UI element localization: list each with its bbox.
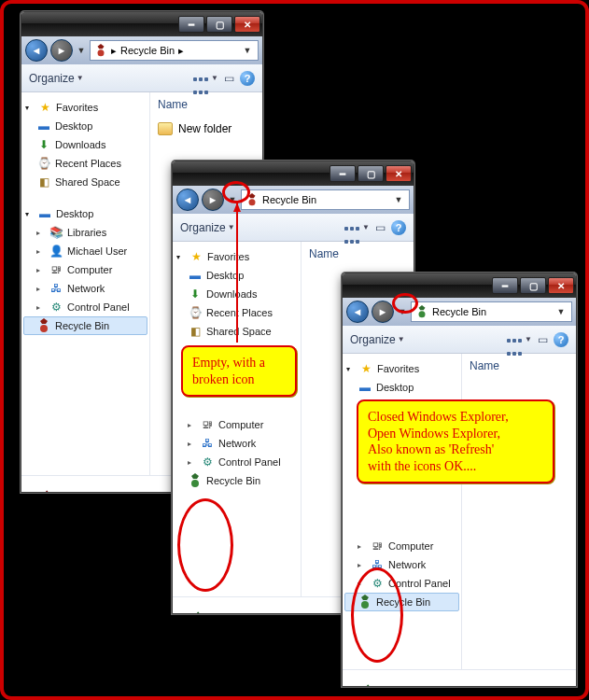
- favorites-group[interactable]: ▾★Favorites: [344, 359, 459, 378]
- nav-downloads[interactable]: ⬇Downloads: [23, 135, 147, 154]
- nav-desktop[interactable]: ▬Desktop: [23, 117, 147, 135]
- nav-desktop[interactable]: ▬Desktop: [344, 378, 459, 397]
- nav-control-panel[interactable]: ▸⚙Control Panel: [23, 298, 147, 316]
- nav-recent-places[interactable]: ⌚Recent Places: [175, 303, 299, 322]
- close-button[interactable]: ✕: [386, 165, 412, 182]
- forward-button[interactable]: ►: [372, 301, 394, 323]
- nav-shared-space[interactable]: ◧Shared Space: [175, 322, 299, 341]
- favorites-group[interactable]: ▾★Favorites: [23, 98, 147, 117]
- address-field[interactable]: Recycle Bin ▼: [241, 189, 410, 210]
- nav-recent-places[interactable]: ⌚Recent Places: [23, 154, 147, 173]
- recycle-bin-icon: [415, 305, 428, 318]
- titlebar[interactable]: ━ ▢ ✕: [21, 12, 262, 36]
- address-field[interactable]: ▸ Recycle Bin ▸ ▼: [90, 40, 259, 61]
- view-button[interactable]: ▼: [506, 333, 532, 346]
- nav-recycle-bin[interactable]: Recycle Bin: [175, 471, 299, 490]
- maximize-button[interactable]: ▢: [358, 165, 384, 182]
- address-bar: ◄ ► ▼ ▸ Recycle Bin ▸ ▼: [21, 36, 262, 64]
- breadcrumb-sep: ▸: [111, 45, 117, 57]
- back-button[interactable]: ◄: [176, 189, 199, 211]
- file-name: New folder: [178, 122, 231, 135]
- recycle-bin-large-icon: [182, 609, 225, 615]
- nav-recycle-bin[interactable]: Recycle Bin: [344, 593, 459, 611]
- libraries-icon: 📚: [49, 225, 63, 240]
- nav-computer[interactable]: ▸🖳Computer: [344, 537, 459, 555]
- address-dropdown[interactable]: ▼: [392, 195, 405, 204]
- minimize-button[interactable]: ━: [492, 277, 518, 294]
- column-header-name[interactable]: Name: [470, 359, 568, 372]
- titlebar[interactable]: ━ ▢ ✕: [173, 161, 414, 186]
- desktop-icon: ▬: [188, 268, 203, 283]
- maximize-button[interactable]: ▢: [520, 277, 546, 294]
- close-button[interactable]: ✕: [234, 16, 260, 33]
- nav-desktop[interactable]: ▬Desktop: [175, 266, 299, 285]
- preview-pane-button[interactable]: ▭: [538, 333, 548, 346]
- svg-point-5: [191, 480, 199, 487]
- nav-network[interactable]: ▸🖧Network: [175, 434, 299, 453]
- column-header-name[interactable]: Name: [309, 247, 406, 260]
- nav-libraries[interactable]: ▸📚Libraries: [23, 223, 147, 242]
- nav-history-dropdown[interactable]: ▼: [397, 301, 408, 323]
- address-field[interactable]: Recycle Bin ▼: [411, 301, 572, 322]
- computer-icon: 🖳: [200, 417, 215, 432]
- view-button[interactable]: ▼: [344, 221, 370, 234]
- navigation-pane: ▾★Favorites ▬Desktop ⬇Downloads ⌚Recent …: [21, 92, 150, 475]
- desktop-icon: ▬: [358, 380, 372, 395]
- star-icon: ★: [37, 100, 52, 115]
- nav-user[interactable]: ▸👤Michael User: [23, 242, 147, 260]
- nav-shared-space[interactable]: ◧Shared Space: [23, 173, 147, 191]
- help-button[interactable]: ?: [240, 71, 255, 86]
- forward-button[interactable]: ►: [50, 39, 73, 62]
- organize-button[interactable]: Organize▼: [350, 333, 405, 346]
- annotation-callout-1: Empty, with a broken icon: [181, 345, 297, 397]
- star-icon: ★: [189, 249, 203, 264]
- desktop-group[interactable]: ▾▬Desktop: [23, 204, 147, 223]
- minimize-button[interactable]: ━: [178, 16, 204, 33]
- breadcrumb-item[interactable]: Recycle Bin: [262, 194, 316, 205]
- nav-network[interactable]: ▸🖧Network: [344, 555, 459, 574]
- shared-icon: ◧: [188, 324, 203, 339]
- forward-button[interactable]: ►: [202, 189, 224, 211]
- breadcrumb-item[interactable]: Recycle Bin: [120, 45, 175, 56]
- annotation-callout-2: Closed Windows Explorer, Open Windows Ex…: [357, 399, 554, 483]
- control-panel-icon: ⚙: [200, 455, 215, 469]
- svg-point-1: [40, 325, 48, 332]
- toolbar: Organize▼ ▼ ▭ ?: [173, 214, 414, 242]
- help-button[interactable]: ?: [554, 332, 568, 347]
- recycle-bin-icon: [36, 318, 51, 333]
- details-pane: 0 items: [343, 669, 576, 687]
- address-bar: ◄ ► ▼ Recycle Bin ▼: [343, 298, 576, 326]
- favorites-group[interactable]: ▾★Favorites: [175, 247, 299, 266]
- titlebar[interactable]: ━ ▢ ✕: [343, 273, 576, 298]
- control-panel-icon: ⚙: [49, 300, 63, 315]
- address-dropdown[interactable]: ▼: [554, 307, 568, 316]
- nav-control-panel[interactable]: ▸⚙Control Panel: [175, 453, 299, 471]
- minimize-button[interactable]: ━: [330, 165, 356, 182]
- control-panel-icon: ⚙: [370, 576, 385, 591]
- nav-downloads[interactable]: ⬇Downloads: [175, 285, 299, 303]
- organize-button[interactable]: Organize▼: [29, 72, 84, 85]
- organize-button[interactable]: Organize▼: [180, 221, 235, 234]
- nav-history-dropdown[interactable]: ▼: [227, 189, 238, 211]
- breadcrumb-item[interactable]: Recycle Bin: [432, 306, 486, 317]
- column-header-name[interactable]: Name: [158, 98, 255, 111]
- nav-history-dropdown[interactable]: ▼: [76, 39, 87, 62]
- nav-control-panel[interactable]: ▸⚙Control Panel: [344, 574, 459, 593]
- view-button[interactable]: ▼: [192, 72, 218, 85]
- preview-pane-button[interactable]: ▭: [375, 221, 386, 234]
- recycle-bin-icon: [245, 193, 259, 206]
- desktop-icon: ▬: [37, 206, 52, 221]
- nav-computer[interactable]: ▸🖳Computer: [23, 260, 147, 279]
- preview-pane-button[interactable]: ▭: [224, 72, 234, 85]
- file-item[interactable]: New folder: [158, 120, 255, 137]
- back-button[interactable]: ◄: [25, 39, 48, 62]
- svg-point-4: [249, 199, 256, 205]
- help-button[interactable]: ?: [391, 220, 406, 235]
- nav-computer[interactable]: ▸🖳Computer: [175, 415, 299, 434]
- nav-recycle-bin[interactable]: Recycle Bin: [23, 316, 147, 335]
- nav-network[interactable]: ▸🖧Network: [23, 279, 147, 298]
- address-dropdown[interactable]: ▼: [241, 46, 254, 55]
- back-button[interactable]: ◄: [346, 301, 369, 323]
- maximize-button[interactable]: ▢: [206, 16, 232, 33]
- close-button[interactable]: ✕: [548, 277, 574, 294]
